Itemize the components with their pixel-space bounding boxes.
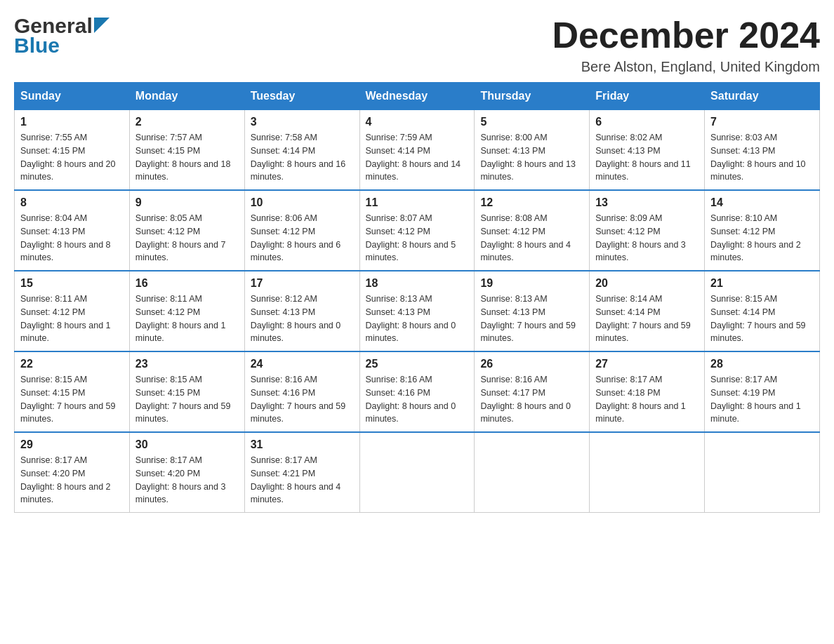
day-number: 9 (135, 196, 239, 209)
day-info: Sunrise: 8:15 AM Sunset: 4:15 PM Dayligh… (135, 373, 239, 426)
day-number: 20 (595, 277, 699, 290)
day-number: 10 (251, 196, 354, 209)
day-info: Sunrise: 8:02 AM Sunset: 4:13 PM Dayligh… (595, 131, 699, 184)
calendar-cell: 13 Sunrise: 8:09 AM Sunset: 4:12 PM Dayl… (590, 190, 705, 271)
calendar-cell: 15 Sunrise: 8:11 AM Sunset: 4:12 PM Dayl… (15, 271, 130, 351)
day-info: Sunrise: 8:17 AM Sunset: 4:20 PM Dayligh… (20, 454, 124, 507)
day-info: Sunrise: 8:17 AM Sunset: 4:18 PM Dayligh… (595, 373, 699, 426)
col-thursday: Thursday (475, 83, 590, 110)
logo-arrow-icon (94, 18, 110, 33)
day-number: 22 (20, 358, 124, 370)
calendar-cell (475, 432, 590, 513)
calendar-cell: 5 Sunrise: 8:00 AM Sunset: 4:13 PM Dayli… (475, 110, 590, 191)
calendar-cell: 22 Sunrise: 8:15 AM Sunset: 4:15 PM Dayl… (15, 351, 130, 432)
day-info: Sunrise: 8:13 AM Sunset: 4:13 PM Dayligh… (480, 293, 583, 345)
day-info: Sunrise: 8:17 AM Sunset: 4:19 PM Dayligh… (710, 373, 814, 426)
calendar-cell: 7 Sunrise: 8:03 AM Sunset: 4:13 PM Dayli… (705, 110, 820, 191)
calendar-cell: 11 Sunrise: 8:07 AM Sunset: 4:12 PM Dayl… (359, 190, 475, 271)
day-info: Sunrise: 7:58 AM Sunset: 4:14 PM Dayligh… (251, 131, 354, 184)
day-info: Sunrise: 8:05 AM Sunset: 4:12 PM Dayligh… (135, 212, 239, 264)
logo-blue: Blue (14, 34, 60, 57)
calendar-cell: 8 Sunrise: 8:04 AM Sunset: 4:13 PM Dayli… (15, 190, 130, 271)
day-number: 5 (480, 116, 583, 128)
day-number: 26 (480, 358, 583, 370)
day-number: 25 (366, 358, 469, 370)
calendar-cell (359, 432, 475, 513)
day-number: 29 (20, 438, 124, 451)
calendar-cell: 24 Sunrise: 8:16 AM Sunset: 4:16 PM Dayl… (244, 351, 359, 432)
day-number: 6 (595, 116, 699, 128)
calendar-cell: 25 Sunrise: 8:16 AM Sunset: 4:16 PM Dayl… (359, 351, 475, 432)
day-number: 11 (366, 196, 469, 209)
day-info: Sunrise: 8:13 AM Sunset: 4:13 PM Dayligh… (366, 293, 469, 345)
day-info: Sunrise: 8:14 AM Sunset: 4:14 PM Dayligh… (595, 293, 699, 345)
calendar-cell: 14 Sunrise: 8:10 AM Sunset: 4:12 PM Dayl… (705, 190, 820, 271)
calendar-cell: 3 Sunrise: 7:58 AM Sunset: 4:14 PM Dayli… (244, 110, 359, 191)
day-info: Sunrise: 8:08 AM Sunset: 4:12 PM Dayligh… (480, 212, 583, 264)
page-header: General Blue December 2024 Bere Alston, … (14, 14, 820, 75)
calendar-table: Sunday Monday Tuesday Wednesday Thursday… (14, 82, 820, 513)
calendar-cell: 10 Sunrise: 8:06 AM Sunset: 4:12 PM Dayl… (244, 190, 359, 271)
day-info: Sunrise: 7:57 AM Sunset: 4:15 PM Dayligh… (135, 131, 239, 184)
calendar-cell: 27 Sunrise: 8:17 AM Sunset: 4:18 PM Dayl… (590, 351, 705, 432)
day-number: 3 (251, 116, 354, 128)
calendar-cell (705, 432, 820, 513)
calendar-cell: 28 Sunrise: 8:17 AM Sunset: 4:19 PM Dayl… (705, 351, 820, 432)
day-number: 4 (366, 116, 469, 128)
calendar-week-1: 1 Sunrise: 7:55 AM Sunset: 4:15 PM Dayli… (15, 110, 820, 191)
col-monday: Monday (129, 83, 244, 110)
day-number: 1 (20, 116, 124, 128)
calendar-week-4: 22 Sunrise: 8:15 AM Sunset: 4:15 PM Dayl… (15, 351, 820, 432)
calendar-cell: 20 Sunrise: 8:14 AM Sunset: 4:14 PM Dayl… (590, 271, 705, 351)
day-number: 17 (251, 277, 354, 290)
logo: General Blue (14, 14, 110, 58)
col-sunday: Sunday (15, 83, 130, 110)
location: Bere Alston, England, United Kingdom (552, 59, 820, 75)
day-info: Sunrise: 8:16 AM Sunset: 4:16 PM Dayligh… (366, 373, 469, 426)
day-number: 18 (366, 277, 469, 290)
day-number: 12 (480, 196, 583, 209)
day-number: 24 (251, 358, 354, 370)
day-info: Sunrise: 8:11 AM Sunset: 4:12 PM Dayligh… (20, 293, 124, 345)
svg-marker-0 (94, 18, 110, 33)
day-number: 27 (595, 358, 699, 370)
calendar-cell: 23 Sunrise: 8:15 AM Sunset: 4:15 PM Dayl… (129, 351, 244, 432)
calendar-cell: 19 Sunrise: 8:13 AM Sunset: 4:13 PM Dayl… (475, 271, 590, 351)
calendar-cell: 2 Sunrise: 7:57 AM Sunset: 4:15 PM Dayli… (129, 110, 244, 191)
day-info: Sunrise: 8:12 AM Sunset: 4:13 PM Dayligh… (251, 293, 354, 345)
calendar-cell: 6 Sunrise: 8:02 AM Sunset: 4:13 PM Dayli… (590, 110, 705, 191)
day-number: 8 (20, 196, 124, 209)
col-friday: Friday (590, 83, 705, 110)
day-info: Sunrise: 8:09 AM Sunset: 4:12 PM Dayligh… (595, 212, 699, 264)
calendar-cell: 1 Sunrise: 7:55 AM Sunset: 4:15 PM Dayli… (15, 110, 130, 191)
day-info: Sunrise: 8:06 AM Sunset: 4:12 PM Dayligh… (251, 212, 354, 264)
day-info: Sunrise: 8:16 AM Sunset: 4:16 PM Dayligh… (251, 373, 354, 426)
calendar-cell: 17 Sunrise: 8:12 AM Sunset: 4:13 PM Dayl… (244, 271, 359, 351)
day-number: 16 (135, 277, 239, 290)
calendar-cell: 31 Sunrise: 8:17 AM Sunset: 4:21 PM Dayl… (244, 432, 359, 513)
calendar-week-3: 15 Sunrise: 8:11 AM Sunset: 4:12 PM Dayl… (15, 271, 820, 351)
day-number: 28 (710, 358, 814, 370)
col-saturday: Saturday (705, 83, 820, 110)
title-section: December 2024 Bere Alston, England, Unit… (552, 14, 820, 75)
day-info: Sunrise: 8:11 AM Sunset: 4:12 PM Dayligh… (135, 293, 239, 345)
day-number: 14 (710, 196, 814, 209)
calendar-header-row: Sunday Monday Tuesday Wednesday Thursday… (15, 83, 820, 110)
calendar-cell: 9 Sunrise: 8:05 AM Sunset: 4:12 PM Dayli… (129, 190, 244, 271)
day-info: Sunrise: 8:16 AM Sunset: 4:17 PM Dayligh… (480, 373, 583, 426)
calendar-week-2: 8 Sunrise: 8:04 AM Sunset: 4:13 PM Dayli… (15, 190, 820, 271)
day-info: Sunrise: 8:15 AM Sunset: 4:15 PM Dayligh… (20, 373, 124, 426)
day-info: Sunrise: 8:15 AM Sunset: 4:14 PM Dayligh… (710, 293, 814, 345)
calendar-cell: 21 Sunrise: 8:15 AM Sunset: 4:14 PM Dayl… (705, 271, 820, 351)
day-info: Sunrise: 8:04 AM Sunset: 4:13 PM Dayligh… (20, 212, 124, 264)
day-number: 7 (710, 116, 814, 128)
day-number: 21 (710, 277, 814, 290)
calendar-cell (590, 432, 705, 513)
day-number: 19 (480, 277, 583, 290)
month-title: December 2024 (552, 14, 820, 56)
calendar-cell: 30 Sunrise: 8:17 AM Sunset: 4:20 PM Dayl… (129, 432, 244, 513)
day-info: Sunrise: 8:17 AM Sunset: 4:21 PM Dayligh… (251, 454, 354, 507)
day-number: 31 (251, 438, 354, 451)
day-number: 2 (135, 116, 239, 128)
day-info: Sunrise: 8:00 AM Sunset: 4:13 PM Dayligh… (480, 131, 583, 184)
